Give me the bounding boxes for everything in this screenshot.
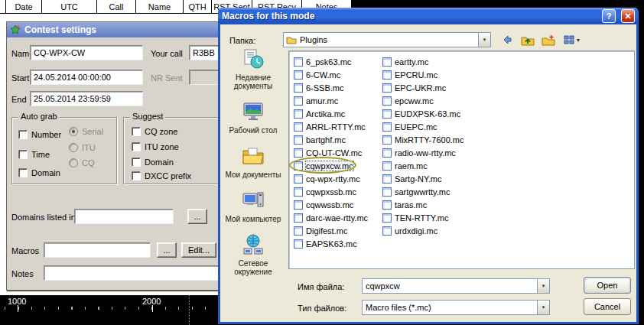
itu-zone-checkbox-row[interactable]: ITU zone xyxy=(132,142,179,151)
file-list[interactable]: 6_psk63.mc6-CW.mc6-SSB.mcamur.mcArctika.… xyxy=(288,50,635,269)
notes-input[interactable] xyxy=(44,265,220,281)
radio-dot xyxy=(72,130,75,133)
my-documents-icon xyxy=(242,145,265,169)
file-item[interactable]: EPCRU.mc xyxy=(382,68,497,81)
file-item[interactable]: EAPSK63.mc xyxy=(294,237,379,250)
file-item[interactable]: MixRTTY-7600.mc xyxy=(382,133,497,146)
itu-zone-label: ITU zone xyxy=(145,142,179,151)
file-item[interactable]: 6-SSB.mc xyxy=(294,81,379,94)
place-recent-documents[interactable]: Недавние документы xyxy=(224,47,282,90)
folder-icon xyxy=(286,35,297,44)
domain-suggest-checkbox-row[interactable]: Domain xyxy=(132,158,174,167)
major-tick-2000 xyxy=(152,305,153,312)
file-item[interactable]: 6-CW.mc xyxy=(294,68,379,81)
file-item[interactable]: cqwwssb.mc xyxy=(294,198,379,211)
filename-combobox[interactable]: cqwpxcw ▼ xyxy=(362,278,550,294)
domains-input[interactable] xyxy=(74,209,174,224)
file-item[interactable]: Arctika.mc xyxy=(294,107,379,120)
up-folder-icon[interactable] xyxy=(519,31,536,48)
file-item[interactable]: TEN-RTTY.mc xyxy=(382,211,497,224)
file-item[interactable]: bartghf.mc xyxy=(294,133,379,146)
file-item[interactable]: EUEPC.mc xyxy=(382,120,497,133)
contest-title-bar[interactable]: Contest settings xyxy=(7,22,235,37)
filetype-dropdown-arrow[interactable]: ▼ xyxy=(537,301,549,314)
contest-name-input[interactable]: CQ-WPX-CW xyxy=(30,45,143,60)
file-name: Digifest.mc xyxy=(306,226,347,236)
your-call-label: Your call xyxy=(151,48,183,59)
start-input[interactable]: 24.05.2014 00:00:00 xyxy=(30,70,143,85)
cq-zone-checkbox[interactable] xyxy=(132,127,141,136)
cq-radio-row[interactable]: CQ xyxy=(69,158,95,167)
filename-value[interactable]: cqwpxcw xyxy=(363,281,537,291)
file-item[interactable]: cq-wpx-rtty.mc xyxy=(294,172,379,185)
views-icon[interactable]: ▼ xyxy=(561,31,584,48)
number-checkbox-row[interactable]: Number xyxy=(18,130,61,139)
file-name: EPCRU.mc xyxy=(395,70,437,80)
file-name: urdxdigi.mc xyxy=(395,226,437,236)
domain-suggest-checkbox[interactable] xyxy=(132,158,141,167)
file-item[interactable]: eartty.mc xyxy=(382,55,497,68)
macros-title-bar[interactable]: Macros for this mode ? ✕ xyxy=(218,8,639,24)
file-item[interactable]: 6_psk63.mc xyxy=(294,55,379,68)
place-my-documents[interactable]: Мои документы xyxy=(224,145,282,179)
open-button[interactable]: Open xyxy=(584,277,631,294)
itu-zone-checkbox[interactable] xyxy=(132,142,141,151)
domains-browse-button[interactable]: ... xyxy=(187,209,207,224)
file-item[interactable]: radio-ww-rtty.mc xyxy=(382,146,497,159)
itu-radio[interactable] xyxy=(69,143,78,152)
macros-input[interactable] xyxy=(44,242,151,258)
cq-zone-checkbox-row[interactable]: CQ zone xyxy=(132,127,177,136)
file-name: radio-ww-rtty.mc xyxy=(395,148,456,158)
domain-grab-checkbox-row[interactable]: Domain xyxy=(18,168,60,177)
itu-radio-row[interactable]: ITU xyxy=(69,143,96,152)
filename-dropdown-arrow[interactable]: ▼ xyxy=(537,279,549,293)
time-checkbox-row[interactable]: Time xyxy=(18,150,50,159)
file-item[interactable]: raem.mc xyxy=(382,159,497,172)
dxcc-prefix-checkbox-row[interactable]: DXCC prefix xyxy=(132,171,191,180)
mc-file-icon xyxy=(382,187,392,197)
help-button[interactable]: ? xyxy=(602,9,616,23)
cq-radio[interactable] xyxy=(69,158,78,167)
cancel-button[interactable]: Cancel xyxy=(584,298,631,315)
filetype-combobox[interactable]: Macro files (*.mc) ▼ xyxy=(362,300,550,315)
dxcc-prefix-checkbox[interactable] xyxy=(132,171,141,180)
file-item[interactable]: ARRL-RTTY.mc xyxy=(294,120,379,133)
file-item[interactable]: taras.mc xyxy=(382,198,497,211)
macros-edit-button[interactable]: Edit... xyxy=(181,242,216,258)
new-folder-icon[interactable] xyxy=(540,31,557,48)
close-button[interactable]: ✕ xyxy=(621,9,635,23)
place-desktop[interactable]: Рабочий стол xyxy=(224,100,282,135)
mc-file-icon xyxy=(294,161,303,171)
file-item[interactable]: cqwpxcw.mc xyxy=(294,159,379,172)
file-item[interactable]: sartgwwrtty.mc xyxy=(382,185,497,198)
file-item[interactable]: cqwpxssb.mc xyxy=(294,185,379,198)
macros-browse-button[interactable]: ... xyxy=(157,242,177,258)
file-item[interactable]: darc-wae-rtty.mc xyxy=(294,211,379,224)
file-item[interactable]: epcww.mc xyxy=(382,94,497,107)
time-checkbox[interactable] xyxy=(18,150,28,159)
domain-grab-checkbox[interactable] xyxy=(18,168,28,177)
file-item[interactable]: CQ-UT-CW.mc xyxy=(294,146,379,159)
itu-label: ITU xyxy=(82,143,96,152)
file-item[interactable]: amur.mc xyxy=(294,94,379,107)
mc-file-icon xyxy=(382,161,392,171)
file-item[interactable]: urdxdigi.mc xyxy=(382,224,497,237)
mc-file-icon xyxy=(294,213,303,223)
folder-dropdown-arrow[interactable]: ▼ xyxy=(478,33,490,47)
dialog-toolbar: ▼ xyxy=(499,31,584,48)
mc-file-icon xyxy=(382,122,392,132)
file-name: cqwpxssb.mc xyxy=(306,187,356,197)
file-item[interactable]: EUDXPSK-63.mc xyxy=(382,107,497,120)
domain-grab-label: Domain xyxy=(31,168,60,177)
place-my-computer[interactable]: Мой компьютер xyxy=(224,189,282,223)
serial-radio-row[interactable]: Serial xyxy=(69,127,103,136)
file-item[interactable]: EPC-UKR.mc xyxy=(382,81,497,94)
serial-radio[interactable] xyxy=(69,127,78,136)
file-item[interactable]: Digifest.mc xyxy=(294,224,379,237)
back-icon[interactable] xyxy=(499,31,516,48)
place-network[interactable]: Сетевое окружение xyxy=(224,233,282,276)
file-item[interactable]: Sartg-NY.mc xyxy=(382,172,497,185)
folder-combobox[interactable]: Plugins ▼ xyxy=(283,32,491,47)
end-input[interactable]: 25.05.2014 23:59:59 xyxy=(30,91,143,106)
number-checkbox[interactable] xyxy=(18,130,28,139)
